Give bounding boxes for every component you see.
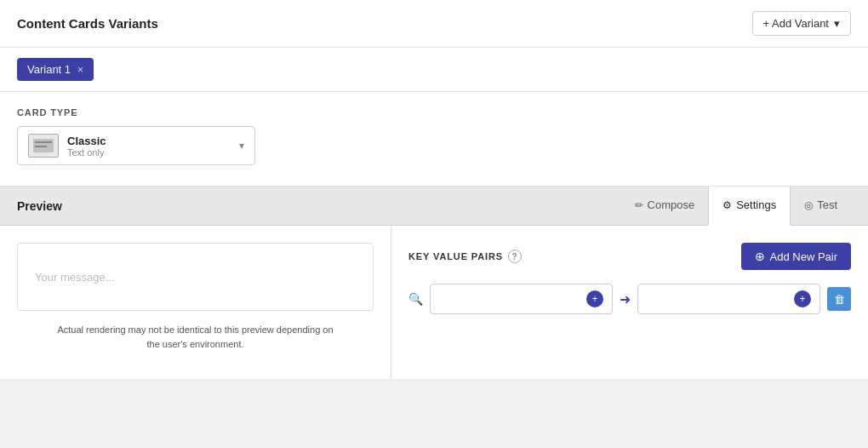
tab-settings[interactable]: ⚙ Settings	[708, 187, 791, 226]
kv-key-add-icon[interactable]: +	[586, 290, 603, 307]
tab-test[interactable]: ◎ Test	[791, 187, 851, 226]
tab-compose-label: Compose	[648, 198, 695, 211]
card-icon-inner	[33, 139, 54, 152]
trash-icon: 🗑	[834, 293, 845, 306]
kv-value-add-icon[interactable]: +	[794, 290, 811, 307]
card-type-text: Classic Text only	[67, 135, 106, 158]
eye-icon: ◎	[804, 199, 813, 211]
kv-header: KEY VALUE PAIRS ? ⊕ Add New Pair	[408, 243, 851, 270]
variant-tab-label: Variant 1	[27, 63, 71, 76]
tab-settings-label: Settings	[736, 198, 776, 211]
top-bar: Content Cards Variants + Add Variant ▾	[0, 0, 868, 48]
preview-right-panel: KEY VALUE PAIRS ? ⊕ Add New Pair 🔍 + ➜ +	[391, 226, 868, 379]
kv-arrow-icon: ➜	[620, 291, 631, 307]
kv-value-input[interactable]: +	[637, 284, 820, 314]
kv-delete-button[interactable]: 🗑	[827, 287, 851, 311]
card-type-section: CARD TYPE Classic Text only ▾	[0, 92, 868, 187]
kv-help-icon[interactable]: ?	[508, 250, 522, 263]
preview-section: Preview ✏ Compose ⚙ Settings ◎ Test Your…	[0, 187, 868, 379]
variant-tab-bar: Variant 1 ×	[0, 48, 868, 92]
kv-row: 🔍 + ➜ + 🗑	[408, 284, 851, 314]
preview-left-panel: Your message... Actual rendering may not…	[0, 226, 391, 379]
card-type-icon	[28, 134, 59, 158]
tab-test-label: Test	[817, 198, 837, 211]
add-pair-label: Add New Pair	[770, 250, 837, 263]
card-type-label: CARD TYPE	[17, 107, 851, 118]
card-type-name: Classic	[67, 135, 106, 147]
plus-circle-icon: ⊕	[755, 250, 765, 263]
gear-icon: ⚙	[722, 199, 732, 211]
preview-note: Actual rendering may not be identical to…	[57, 323, 333, 351]
add-variant-label: + Add Variant	[763, 17, 829, 30]
preview-note-line2: the user's environment.	[57, 337, 333, 352]
kv-title-text: KEY VALUE PAIRS	[408, 251, 503, 261]
tab-compose[interactable]: ✏ Compose	[621, 187, 709, 226]
card-type-dropdown[interactable]: Classic Text only ▾	[17, 126, 255, 165]
dropdown-chevron-icon: ▾	[239, 140, 244, 152]
card-type-left: Classic Text only	[28, 134, 106, 158]
add-new-pair-button[interactable]: ⊕ Add New Pair	[741, 243, 851, 270]
chevron-down-icon: ▾	[834, 17, 840, 30]
preview-tab-bar: Preview ✏ Compose ⚙ Settings ◎ Test	[0, 187, 868, 226]
card-type-subtype: Text only	[67, 147, 106, 158]
preview-note-line1: Actual rendering may not be identical to…	[57, 323, 333, 337]
pencil-icon: ✏	[635, 199, 643, 211]
close-variant-icon[interactable]: ×	[77, 64, 83, 76]
add-variant-button[interactable]: + Add Variant ▾	[752, 11, 851, 36]
variant-tab[interactable]: Variant 1 ×	[17, 58, 94, 81]
kv-title: KEY VALUE PAIRS ?	[408, 250, 522, 263]
message-preview-box: Your message...	[17, 243, 374, 311]
kv-search-icon[interactable]: 🔍	[408, 292, 423, 306]
message-placeholder-text: Your message...	[35, 271, 114, 284]
preview-title: Preview	[17, 199, 621, 213]
preview-content: Your message... Actual rendering may not…	[0, 226, 868, 379]
page-title: Content Cards Variants	[17, 16, 158, 31]
kv-key-input[interactable]: +	[430, 284, 613, 314]
